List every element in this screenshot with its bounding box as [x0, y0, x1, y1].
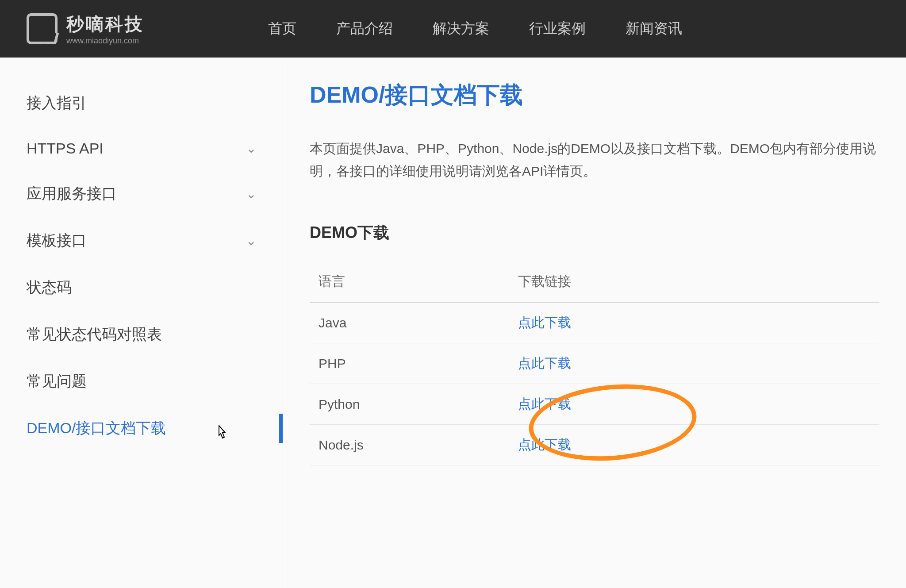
- cell-language: Node.js: [310, 425, 509, 465]
- sidebar-item-demo-download[interactable]: DEMO/接口文档下载: [18, 405, 265, 452]
- sidebar-item-label: 常见状态代码对照表: [27, 324, 162, 345]
- nav-products[interactable]: 产品介绍: [336, 19, 393, 38]
- chevron-down-icon: ⌄: [246, 141, 256, 156]
- chevron-down-icon: ⌄: [246, 234, 256, 248]
- sidebar-item-label: 常见问题: [27, 371, 87, 392]
- logo-title: 秒嘀科技: [66, 12, 144, 36]
- sidebar-item-label: DEMO/接口文档下载: [27, 418, 166, 438]
- download-link-java[interactable]: 点此下载: [518, 315, 571, 330]
- chevron-down-icon: ⌄: [246, 187, 256, 201]
- sidebar-item-label: HTTPS API: [27, 140, 104, 157]
- sidebar-item-status-table[interactable]: 常见状态代码对照表: [18, 311, 265, 358]
- logo-url: www.miaodiyun.com: [66, 36, 144, 46]
- page-description: 本页面提供Java、PHP、Python、Node.js的DEMO以及接口文档下…: [310, 137, 879, 182]
- logo-text: 秒嘀科技 www.miaodiyun.com: [66, 12, 144, 46]
- section-title: DEMO下载: [310, 222, 879, 244]
- cell-language: Python: [310, 384, 509, 425]
- sidebar-item-faq[interactable]: 常见问题: [18, 358, 265, 405]
- nav-solutions[interactable]: 解决方案: [433, 19, 489, 38]
- table-row: Java 点此下载: [310, 302, 879, 343]
- sidebar-item-label: 模板接口: [27, 231, 87, 251]
- cell-language: Java: [310, 302, 509, 343]
- top-nav: 首页 产品介绍 解决方案 行业案例 新闻资讯: [268, 19, 682, 38]
- table-header-row: 语言 下载链接: [310, 261, 879, 302]
- sidebar-item-guide[interactable]: 接入指引: [18, 80, 265, 127]
- nav-home[interactable]: 首页: [268, 19, 296, 38]
- download-link-php[interactable]: 点此下载: [518, 356, 571, 370]
- table-row: Python 点此下载: [310, 384, 879, 425]
- logo-icon: [27, 13, 58, 44]
- logo-area[interactable]: 秒嘀科技 www.miaodiyun.com: [27, 12, 144, 46]
- sidebar-item-https-api[interactable]: HTTPS API ⌄: [18, 127, 265, 170]
- body-area: 接入指引 HTTPS API ⌄ 应用服务接口 ⌄ 模板接口 ⌄ 状态码 常见状…: [0, 58, 906, 588]
- nav-cases[interactable]: 行业案例: [529, 19, 586, 38]
- download-link-python[interactable]: 点此下载: [518, 396, 571, 411]
- download-link-nodejs[interactable]: 点此下载: [518, 437, 571, 452]
- site-header: 秒嘀科技 www.miaodiyun.com 首页 产品介绍 解决方案 行业案例…: [0, 0, 906, 58]
- cell-language: PHP: [310, 343, 509, 384]
- sidebar: 接入指引 HTTPS API ⌄ 应用服务接口 ⌄ 模板接口 ⌄ 状态码 常见状…: [0, 58, 283, 588]
- main-content: DEMO/接口文档下载 本页面提供Java、PHP、Python、Node.js…: [283, 58, 906, 588]
- sidebar-item-label: 状态码: [27, 277, 72, 298]
- sidebar-item-template[interactable]: 模板接口 ⌄: [18, 217, 265, 264]
- sidebar-item-app-service[interactable]: 应用服务接口 ⌄: [18, 170, 265, 217]
- sidebar-item-label: 接入指引: [27, 93, 87, 113]
- sidebar-item-status-code[interactable]: 状态码: [18, 264, 265, 311]
- th-download-link: 下载链接: [509, 261, 879, 302]
- download-table: 语言 下载链接 Java 点此下载 PHP 点此下载 Python 点此下载: [310, 261, 879, 465]
- page-title: DEMO/接口文档下载: [310, 80, 879, 111]
- table-row: PHP 点此下载: [310, 343, 879, 384]
- nav-news[interactable]: 新闻资讯: [626, 19, 682, 38]
- table-row: Node.js 点此下载: [310, 425, 879, 465]
- sidebar-item-label: 应用服务接口: [27, 184, 117, 204]
- th-language: 语言: [310, 261, 509, 302]
